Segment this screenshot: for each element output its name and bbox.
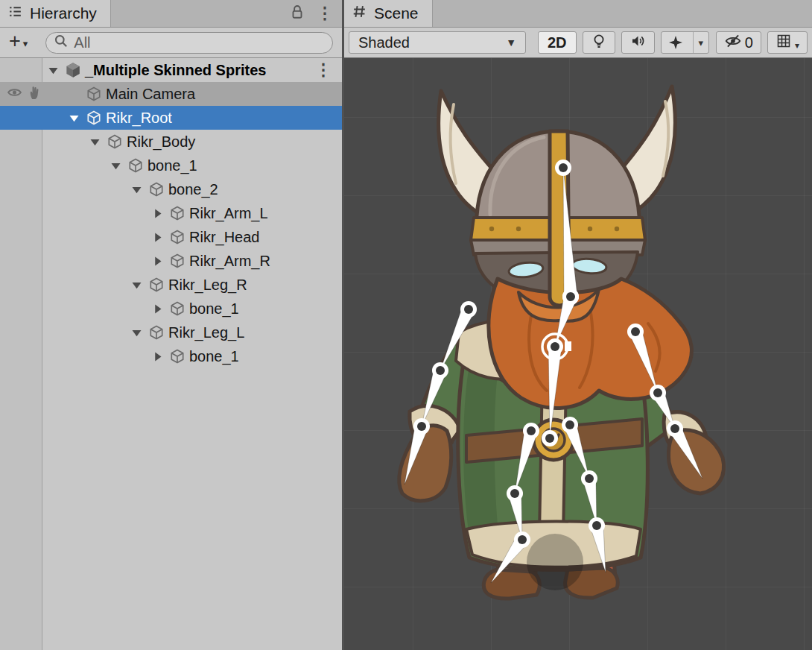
grid-icon: [775, 33, 792, 53]
scene-panel: Scene Shaded ▼ 2D ▾ 0: [344, 0, 812, 650]
dropdown-arrow-icon: ▼: [506, 37, 516, 48]
hierarchy-row-rikr-arm-l[interactable]: Rikr_Arm_L: [0, 201, 342, 225]
grid-dropdown-arrow-icon: ▾: [795, 40, 799, 51]
row-label: Rikr_Arm_L: [189, 205, 268, 222]
expand-arrow-icon[interactable]: [148, 208, 167, 219]
gameobject-cube-icon: [146, 277, 166, 293]
hierarchy-row-rikr-arm-r[interactable]: Rikr_Arm_R: [0, 249, 342, 273]
hierarchy-tabbar: Hierarchy ⋮: [0, 0, 342, 28]
hierarchy-row-bone-1[interactable]: bone_1: [0, 154, 342, 177]
joint-handle-square[interactable]: [565, 341, 571, 351]
hierarchy-row-bone-1[interactable]: bone_1: [0, 297, 342, 321]
tab-hierarchy[interactable]: Hierarchy: [0, 0, 111, 27]
lock-icon[interactable]: [290, 4, 305, 23]
hierarchy-row-rikr-head[interactable]: Rikr_Head: [0, 225, 342, 249]
search-value: All: [74, 34, 90, 51]
row-visibility-gutter[interactable]: [0, 58, 43, 82]
unity-scene-icon: [63, 61, 83, 79]
hierarchy-row-rikr-leg-l[interactable]: Rikr_Leg_L: [0, 321, 342, 344]
gameobject-cube-icon: [83, 110, 104, 126]
hierarchy-header-actions: ⋮: [290, 0, 342, 27]
hidden-objects-button[interactable]: 0: [716, 31, 761, 54]
bone-joint[interactable]: [518, 535, 527, 544]
hierarchy-row-rikr-leg-r[interactable]: Rikr_Leg_R: [0, 273, 342, 297]
hierarchy-row-rikr-root[interactable]: Rikr_Root: [0, 106, 342, 130]
bone-joint[interactable]: [436, 366, 445, 375]
row-visibility-gutter[interactable]: [0, 225, 43, 249]
sprite-shadow-circle: [527, 534, 583, 590]
collapse-arrow-icon[interactable]: [106, 160, 125, 171]
hierarchy-tab-label: Hierarchy: [30, 4, 97, 22]
bone-joint[interactable]: [653, 388, 662, 397]
row-visibility-gutter[interactable]: [0, 273, 43, 297]
expand-arrow-icon[interactable]: [148, 303, 167, 315]
expand-arrow-icon[interactable]: [148, 232, 167, 243]
pickability-hand-icon[interactable]: [28, 85, 41, 104]
bone-joint[interactable]: [527, 426, 536, 435]
bone-joint[interactable]: [592, 521, 601, 530]
collapse-arrow-icon[interactable]: [43, 65, 63, 76]
visibility-eye-icon[interactable]: [7, 86, 22, 103]
grid-settings-button[interactable]: ▾: [767, 31, 808, 54]
row-visibility-gutter[interactable]: [0, 106, 43, 130]
row-visibility-gutter[interactable]: [0, 344, 43, 368]
search-icon: [54, 34, 69, 51]
scene-toolbar: Shaded ▼ 2D ▾ 0 ▾: [344, 28, 812, 58]
bone-joint[interactable]: [464, 305, 473, 314]
hierarchy-row-bone-2[interactable]: bone_2: [0, 177, 342, 201]
bone-joint[interactable]: [565, 420, 574, 429]
row-visibility-gutter[interactable]: [0, 297, 43, 321]
toggle-2d-button[interactable]: 2D: [538, 31, 577, 54]
tab-scene[interactable]: Scene: [344, 0, 433, 27]
bone-joint[interactable]: [566, 292, 575, 301]
hierarchy-row-rikr-body[interactable]: Rikr_Body: [0, 130, 342, 154]
collapse-arrow-icon[interactable]: [127, 280, 146, 291]
glove-left: [399, 426, 451, 501]
row-visibility-gutter[interactable]: [0, 249, 43, 273]
expand-arrow-icon[interactable]: [148, 351, 167, 362]
bone-joint[interactable]: [545, 434, 554, 443]
effects-dropdown-arrow-icon[interactable]: ▾: [693, 32, 709, 53]
row-visibility-gutter[interactable]: [0, 154, 43, 177]
hierarchy-tree: _Multiple Skinned Sprites⋮Main CameraRik…: [0, 58, 342, 650]
scene-options-kebab-icon[interactable]: ⋮: [315, 62, 342, 78]
row-label: Rikr_Root: [106, 110, 172, 127]
row-label: bone_2: [168, 181, 218, 198]
draw-mode-dropdown[interactable]: Shaded ▼: [349, 31, 526, 54]
row-label: Rikr_Head: [189, 229, 259, 246]
row-visibility-gutter[interactable]: [0, 177, 43, 201]
scene-viewport[interactable]: [344, 58, 812, 650]
bone-joint[interactable]: [585, 474, 594, 483]
row-visibility-gutter[interactable]: [0, 201, 43, 225]
collapse-arrow-icon[interactable]: [64, 113, 83, 124]
effects-sparkle-icon: [662, 32, 690, 53]
collapse-arrow-icon[interactable]: [85, 136, 104, 148]
row-visibility-gutter[interactable]: [0, 321, 43, 344]
create-dropdown-arrow-icon[interactable]: ▾: [22, 37, 30, 49]
eye-slash-icon: [724, 33, 742, 53]
bone-joint[interactable]: [510, 489, 519, 498]
scene-tabbar: Scene: [344, 0, 812, 28]
bone-joint[interactable]: [551, 342, 559, 351]
row-label: Rikr_Leg_R: [168, 277, 247, 294]
bone-joint[interactable]: [670, 424, 679, 433]
collapse-arrow-icon[interactable]: [127, 184, 146, 195]
hierarchy-search-field[interactable]: All: [45, 32, 333, 54]
bone-joint[interactable]: [559, 163, 568, 172]
row-label: Main Camera: [106, 86, 195, 103]
hierarchy-row-bone-1[interactable]: bone_1: [0, 344, 342, 368]
create-button[interactable]: +: [6, 31, 22, 54]
row-visibility-gutter[interactable]: [0, 82, 43, 106]
scene-audio-button[interactable]: [621, 31, 655, 54]
row-visibility-gutter[interactable]: [0, 130, 43, 154]
scene-lighting-button[interactable]: [583, 31, 615, 54]
collapse-arrow-icon[interactable]: [127, 327, 146, 338]
scene-effects-button[interactable]: ▾: [661, 31, 710, 54]
expand-arrow-icon[interactable]: [148, 256, 167, 267]
panel-menu-kebab-icon[interactable]: ⋮: [317, 5, 333, 22]
scene-header-row[interactable]: _Multiple Skinned Sprites⋮: [0, 58, 342, 82]
bone-joint[interactable]: [417, 422, 426, 431]
bone-joint[interactable]: [631, 327, 640, 336]
row-label: bone_1: [189, 348, 239, 365]
hierarchy-row-main-camera[interactable]: Main Camera: [0, 82, 342, 106]
